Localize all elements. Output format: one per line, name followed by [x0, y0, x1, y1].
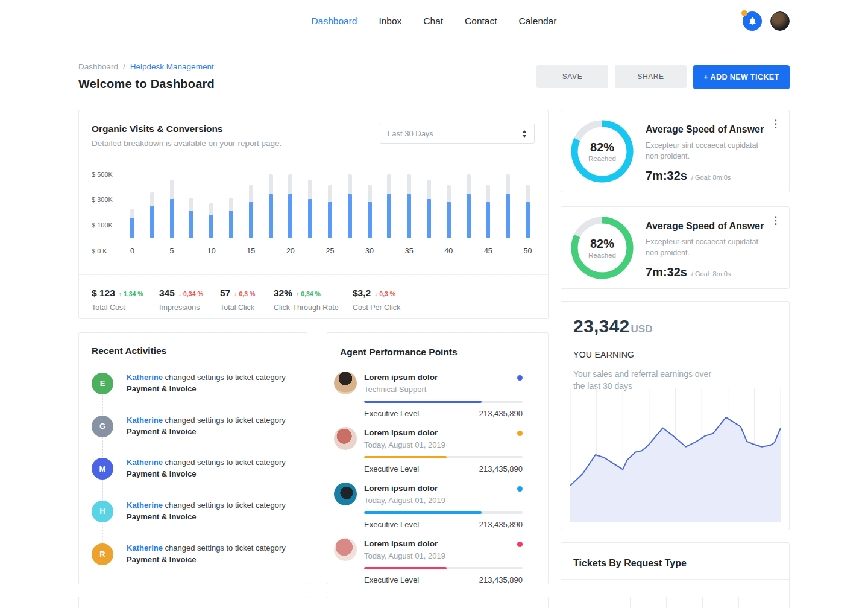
bar-value-segment [407, 194, 411, 238]
nav-item-inbox[interactable]: Inbox [379, 16, 401, 27]
bar-value-segment [229, 211, 233, 238]
bar-value-segment [486, 202, 490, 238]
date-range-value: Last 30 Days [388, 129, 433, 138]
agent-name: Lorem ipsum dolor [364, 373, 517, 382]
kpi-value: $ 123 [92, 288, 115, 299]
save-button[interactable]: SAVE [536, 65, 608, 88]
activity-user-link[interactable]: Katherine [127, 501, 163, 510]
avatar: G [92, 416, 113, 437]
bar [407, 174, 411, 239]
progress-fill [364, 567, 447, 569]
x-axis-label: 10 [207, 247, 216, 255]
agent-points-value: 213,435,890 [479, 464, 523, 473]
activity-target: Payment & Invoice [127, 511, 286, 523]
x-axis-label: 20 [286, 247, 295, 255]
activity-target: Payment & Invoice [127, 469, 286, 480]
tickets-chart-gridlines [630, 597, 778, 608]
bar [486, 185, 490, 238]
nav-item-calendar[interactable]: Calendar [519, 16, 557, 27]
bar [447, 185, 451, 238]
tickets-by-request-type-card: Tickets By Request Type [561, 542, 790, 608]
donut-caption: Reached [588, 155, 616, 162]
average-speed-card: 82%ReachedAverage Speed of AnswerExcepte… [561, 206, 790, 289]
main-content: Dashboard / Helpdesk Management Welcome … [0, 62, 868, 608]
breadcrumb-current[interactable]: Helpdesk Management [130, 62, 214, 71]
activity-user-link[interactable]: Katherine [127, 373, 163, 382]
activity-item: GKatherine changed settings to ticket ca… [92, 415, 294, 438]
activity-user-link[interactable]: Katherine [127, 458, 163, 467]
organic-card-subtitle: Detailed breakdown is available on your … [92, 139, 281, 148]
activity-user-link[interactable]: Katherine [127, 543, 163, 553]
donut-percent-value: 82% [590, 237, 614, 251]
bar [427, 180, 431, 238]
progress-fill [364, 511, 482, 514]
donut-caption: Reached [588, 252, 616, 259]
user-avatar[interactable] [770, 11, 790, 31]
agent-level-label: Executive Level [364, 409, 419, 418]
breadcrumb-root[interactable]: Dashboard [78, 62, 118, 71]
divider [561, 579, 789, 580]
agent-item: Lorem ipsum dolorToday, August 01, 2019E… [334, 427, 523, 473]
agent-points-value: 213,435,890 [479, 409, 523, 418]
organic-card-title: Organic Visits & Conversions [92, 124, 281, 135]
y-axis-label: $ 500K [92, 171, 113, 178]
avatar [334, 538, 357, 561]
add-new-ticket-button[interactable]: + ADD NEW TICKET [693, 65, 790, 89]
activity-text: Katherine changed settings to ticket cat… [127, 457, 286, 469]
bar-value-segment [427, 199, 431, 238]
kpi-delta: ↓ 0,3 % [234, 290, 255, 297]
kpi-label: Click-Through Rate [274, 303, 353, 312]
bar [189, 198, 193, 238]
earnings-card: 23,342 USD YOU EARNING Your sales and re… [561, 301, 790, 530]
bar-value-segment [288, 194, 292, 238]
kpi-value: 345 [159, 288, 175, 299]
bar [170, 180, 174, 238]
x-axis-label: 0 [130, 247, 134, 255]
bar-value-segment [249, 202, 253, 238]
progress-bar [364, 567, 523, 569]
y-axis-label: $ 300K [92, 196, 113, 203]
kpi-value: 32% [274, 288, 292, 299]
kpi-delta: ↑ 0,34 % [296, 290, 321, 297]
kpi-value: 57 [220, 288, 230, 299]
nav-item-contact[interactable]: Contact [465, 16, 497, 27]
more-options-icon[interactable]: ⋮ [770, 119, 781, 129]
bar [150, 192, 154, 238]
bar [348, 174, 352, 239]
breadcrumb: Dashboard / Helpdesk Management [78, 62, 215, 71]
answer-goal-value: / Goal: 8m:0s [691, 174, 731, 181]
avatar: R [92, 543, 113, 565]
recent-activities-title: Recent Activities [92, 346, 294, 356]
agent-item: Lorem ipsum dolorToday, August 01, 2019E… [334, 538, 523, 584]
more-options-icon[interactable]: ⋮ [770, 215, 781, 226]
kpi-label: Impressions [159, 303, 220, 312]
bar-value-segment [348, 194, 352, 238]
nav-item-dashboard[interactable]: Dashboard [312, 16, 357, 27]
bell-icon [748, 17, 757, 26]
bar [368, 185, 372, 238]
date-range-select[interactable]: Last 30 Days [380, 124, 535, 144]
bar-value-segment [308, 199, 312, 238]
speed-card-description: Excepteur sint occaecat cupidatat non pr… [646, 140, 766, 162]
earnings-label: YOU EARNING [573, 350, 777, 359]
notifications-button[interactable] [743, 11, 762, 31]
top-navigation: DashboardInboxChatContactCalendar [0, 0, 868, 42]
avatar [334, 427, 357, 450]
kpi-stat: $ 123↑ 1,34 %Total Cost [92, 288, 159, 312]
x-axis-label: 45 [484, 247, 492, 255]
kpi-label: Total Cost [92, 303, 159, 312]
bar [229, 198, 233, 238]
agent-name: Lorem ipsum dolor [364, 428, 517, 437]
share-button[interactable]: SHARE [615, 65, 687, 88]
status-dot [517, 431, 523, 436]
bar-value-segment [387, 194, 391, 238]
progress-bar [364, 511, 523, 514]
x-axis-label: 15 [247, 247, 255, 255]
agent-subtitle: Technical Support [364, 385, 517, 394]
nav-item-chat[interactable]: Chat [423, 16, 443, 27]
bar [387, 174, 391, 239]
activity-user-link[interactable]: Katherine [127, 416, 163, 425]
agent-subtitle: Today, August 01, 2019 [364, 496, 517, 505]
status-dot [517, 542, 523, 547]
kpi-stat: 32%↑ 0,34 %Click-Through Rate [274, 288, 353, 312]
